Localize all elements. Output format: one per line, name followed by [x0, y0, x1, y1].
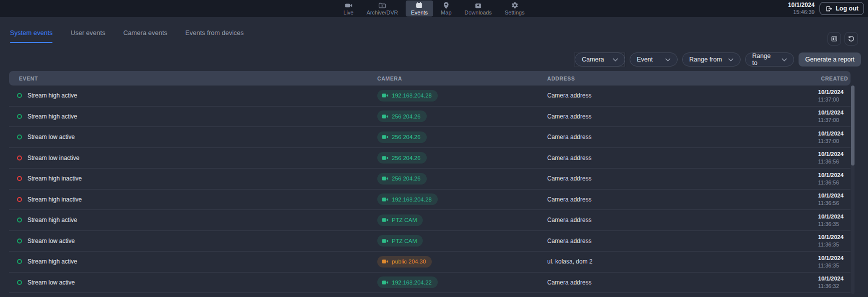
- camera-badge[interactable]: 256 204.26: [377, 132, 427, 143]
- address-cell: ul. kolasa, dom 2: [547, 258, 812, 265]
- logout-label: Log out: [836, 5, 859, 12]
- table-row[interactable]: Stream high active 256 204.26 Camera add…: [9, 106, 851, 128]
- range-to-label: Range to: [752, 52, 777, 66]
- created-time: 11:36:35: [818, 220, 851, 228]
- event-cell: Stream high inactive: [9, 196, 377, 203]
- range-to-dropdown[interactable]: Range to: [745, 52, 794, 66]
- camera-badge[interactable]: PTZ CAM: [377, 235, 423, 246]
- nav-item-settings[interactable]: Settings: [499, 0, 530, 16]
- event-filter-dropdown[interactable]: Event: [630, 52, 678, 66]
- camera-badge-label: 256 204.26: [392, 134, 421, 140]
- logout-button[interactable]: Log out: [820, 2, 864, 15]
- event-status-icon: [17, 238, 22, 244]
- event-label: Stream high active: [27, 92, 77, 99]
- events-journal-icon: [415, 2, 423, 9]
- camera-cell: 192.168.204.28: [377, 90, 547, 102]
- camera-icon: [382, 114, 388, 119]
- camera-icon: [382, 218, 388, 222]
- event-status-icon: [17, 259, 22, 264]
- table-row[interactable]: Stream high inactive 256 204.26 Camera a…: [9, 168, 851, 190]
- created-date: 10/1/2024: [818, 150, 851, 158]
- nav-item-map[interactable]: Map: [435, 0, 457, 16]
- table-row[interactable]: Stream high inactive 192.168.204.28 Came…: [9, 190, 851, 210]
- event-status-icon: [17, 156, 22, 160]
- address-cell-text: Camera address: [547, 134, 592, 140]
- report-journal-button[interactable]: [828, 32, 841, 46]
- event-cell: Stream low active: [9, 134, 377, 140]
- camera-badge[interactable]: PTZ CAM: [377, 214, 423, 226]
- nav-item-live[interactable]: Live: [338, 0, 359, 16]
- camera-badge[interactable]: 192.168.204.22: [377, 276, 438, 288]
- nav-item-downloads[interactable]: Downloads: [459, 0, 497, 16]
- camera-badge[interactable]: public 204.30: [377, 256, 432, 268]
- table-row[interactable]: Stream high active 192.168.204.28 Camera…: [9, 86, 851, 106]
- camera-badge-label: public 204.30: [392, 258, 426, 264]
- event-label: Stream high active: [27, 258, 77, 265]
- address-cell: Camera address: [547, 279, 812, 286]
- camera-icon: [382, 176, 388, 181]
- camera-filter-dropdown[interactable]: Camera: [575, 52, 625, 66]
- camera-icon: [382, 259, 388, 264]
- tab-camera-events[interactable]: Camera events: [123, 29, 167, 43]
- table-row[interactable]: Stream low active 256 204.26 Camera addr…: [9, 127, 851, 148]
- created-date: 10/1/2024: [818, 234, 851, 241]
- event-status-icon: [17, 218, 22, 222]
- event-status-icon: [17, 176, 22, 181]
- table-row[interactable]: Stream high active public 204.30 ul. kol…: [9, 252, 851, 272]
- table-scrollbar-thumb[interactable]: [851, 86, 855, 166]
- table-scrollbar-track[interactable]: [851, 86, 855, 294]
- table-row[interactable]: Stream low active PTZ CAM Camera address…: [9, 231, 851, 252]
- camera-badge[interactable]: 192.168.204.28: [377, 90, 438, 102]
- created-cell: 10/1/2024 11:37:00: [812, 130, 851, 144]
- created-date: 10/1/2024: [818, 275, 851, 282]
- camera-badge[interactable]: 192.168.204.28: [377, 194, 438, 205]
- refresh-button[interactable]: [845, 32, 858, 46]
- event-status-icon: [17, 280, 22, 285]
- datetime-display: 10/1/2024 15:46:39: [788, 2, 815, 16]
- report-journal-icon: [831, 35, 838, 42]
- address-cell-text: Camera address: [547, 279, 592, 286]
- nav-item-events[interactable]: Events: [405, 0, 433, 16]
- camera-badge-label: 192.168.204.28: [392, 196, 432, 202]
- address-cell-text: Camera address: [547, 113, 592, 120]
- created-time: 11:36:32: [818, 282, 851, 290]
- table-row[interactable]: Stream low inactive 256 204.26 Camera ad…: [9, 148, 851, 169]
- address-cell: Camera address: [547, 134, 812, 140]
- address-cell-text: Camera address: [547, 196, 592, 203]
- camera-icon: [382, 197, 388, 202]
- table-row[interactable]: Stream high active PTZ CAM Camera addres…: [9, 210, 851, 231]
- camera-badge[interactable]: 256 204.26: [377, 110, 427, 122]
- created-cell: 10/1/2024 11:36:56: [812, 192, 851, 206]
- event-cell: Stream high active: [9, 113, 377, 120]
- camera-badge-label: PTZ CAM: [392, 217, 417, 223]
- tab-label: Camera events: [123, 29, 167, 36]
- tab-system-events[interactable]: System events: [10, 29, 52, 43]
- event-cell: Stream low active: [9, 279, 377, 286]
- nav-item-label: Settings: [505, 10, 525, 16]
- address-cell-text: Camera address: [547, 216, 592, 224]
- created-cell: 10/1/2024 11:36:35: [812, 213, 851, 228]
- created-time: 11:37:00: [818, 96, 851, 103]
- camera-badge[interactable]: 256 204.26: [377, 173, 427, 184]
- created-cell: 10/1/2024 11:36:32: [812, 275, 851, 290]
- generate-report-button[interactable]: Generate a report: [799, 52, 861, 66]
- table-row[interactable]: Stream low active 192.168.204.22 Camera …: [9, 272, 851, 294]
- tab-user-events[interactable]: User events: [70, 29, 105, 43]
- created-date: 10/1/2024: [818, 88, 851, 96]
- tab-events-from-devices[interactable]: Events from devices: [185, 29, 244, 43]
- chevron-down-icon: [613, 58, 618, 62]
- filter-toolbar: Camera Event Range from Range to Generat…: [575, 52, 861, 66]
- range-from-dropdown[interactable]: Range from: [682, 52, 741, 66]
- event-label: Stream low active: [27, 238, 75, 244]
- event-tabs: System events User events Camera events …: [10, 29, 244, 43]
- camera-badge[interactable]: 256 204.26: [377, 152, 427, 164]
- nav-item-archive-dvr[interactable]: Archive/DVR: [361, 0, 404, 16]
- camera-cell: 192.168.204.28: [377, 194, 547, 205]
- address-cell: Camera address: [547, 196, 812, 203]
- current-time: 15:46:39: [788, 9, 815, 16]
- download-box-icon: [474, 2, 482, 9]
- camera-cell: 192.168.204.22: [377, 276, 547, 288]
- created-cell: 10/1/2024 11:36:35: [812, 254, 851, 269]
- address-cell: Camera address: [547, 154, 812, 162]
- camera-cell: 256 204.26: [377, 132, 547, 143]
